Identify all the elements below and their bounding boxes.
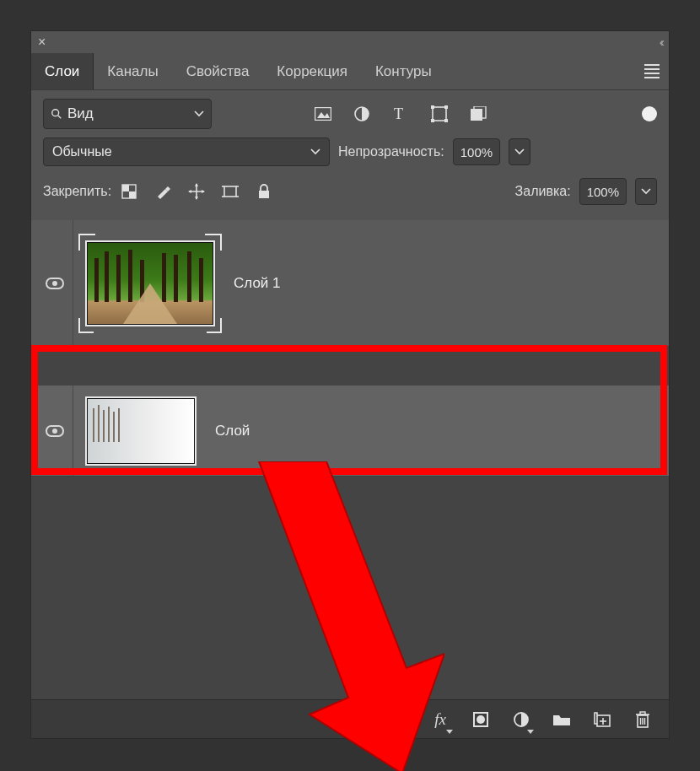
panel-tabs: Слои Каналы Свойства Коррекция Контуры [31,53,669,90]
filter-smart-icon[interactable] [468,104,488,124]
layer-row[interactable]: Слой 1 [31,220,669,347]
layer-name[interactable]: Слой [215,423,250,439]
svg-marker-19 [202,190,205,193]
svg-rect-8 [444,105,448,109]
svg-rect-9 [431,119,434,122]
svg-line-1 [58,116,61,118]
svg-marker-3 [317,112,330,118]
tab-label: Контуры [375,63,432,80]
svg-rect-20 [224,186,236,197]
lock-icons [120,182,273,201]
panel-footer: fx [31,699,669,738]
svg-point-0 [52,110,59,116]
new-layer-icon[interactable] [593,710,611,729]
eye-icon [46,278,64,289]
delete-layer-icon[interactable] [633,710,652,729]
svg-rect-7 [431,105,434,109]
svg-rect-14 [122,185,129,191]
svg-marker-16 [195,183,198,186]
lock-transparent-icon[interactable] [120,182,138,201]
svg-rect-11 [471,109,482,121]
layer-thumbnail[interactable] [87,242,213,325]
layers-list: Слой 1 Слой [31,220,669,699]
lock-position-icon[interactable] [187,182,206,201]
new-group-icon[interactable] [552,710,571,729]
blend-mode-select[interactable]: Обычные [43,137,330,166]
panel-menu-icon[interactable] [635,53,669,89]
tab-label: Свойства [186,63,250,80]
search-icon [51,108,62,120]
opacity-dropdown[interactable] [509,138,530,165]
layer-effects-icon[interactable]: fx [431,710,450,729]
lock-artboard-icon[interactable] [221,182,240,201]
tab-layers[interactable]: Слои [31,53,94,89]
svg-rect-15 [129,191,136,198]
fill-label: Заливка: [515,184,571,199]
tab-label: Каналы [107,63,158,80]
svg-marker-18 [188,190,191,193]
svg-rect-33 [640,712,645,714]
opacity-value[interactable]: 100% [453,138,500,165]
lock-pixels-icon[interactable] [153,182,172,201]
close-icon[interactable]: × [38,35,46,50]
filter-pixel-icon[interactable] [313,104,333,124]
filter-shape-icon[interactable] [429,104,450,124]
filter-type-icon[interactable]: T [390,104,411,124]
tab-label: Слои [45,63,79,80]
layer-row[interactable]: Слой [31,386,669,477]
panel-title-bar: × ‹‹ [31,31,669,53]
tab-adjustments[interactable]: Коррекция [263,53,362,89]
layer-name[interactable]: Слой 1 [234,275,281,292]
fill-dropdown[interactable] [635,178,657,205]
filter-icons: T [313,104,488,124]
svg-rect-2 [315,108,331,121]
visibility-toggle[interactable] [36,220,73,346]
lock-all-icon[interactable] [255,182,273,201]
layer-thumbnail[interactable] [87,398,195,464]
adjustment-layer-icon[interactable] [512,710,530,729]
layers-panel: × ‹‹ Слои Каналы Свойства Коррекция Конт… [30,30,670,739]
svg-text:T: T [394,106,403,121]
svg-rect-6 [433,107,446,121]
svg-rect-25 [259,191,269,198]
chevron-down-icon [310,148,320,155]
collapse-icon[interactable]: ‹‹ [660,35,662,49]
chevron-down-icon [194,111,204,117]
svg-marker-17 [195,197,198,200]
link-layers-icon[interactable] [390,710,409,729]
tab-channels[interactable]: Каналы [94,53,172,89]
layer-filter-select[interactable]: Вид [43,99,212,129]
tab-label: Коррекция [277,63,347,80]
eye-icon [46,425,64,437]
add-mask-icon[interactable] [471,710,490,729]
opacity-label: Непрозрачность: [338,144,444,159]
fill-value[interactable]: 100% [579,178,627,205]
tab-paths[interactable]: Контуры [362,53,446,89]
filter-adjust-icon[interactable] [352,104,372,124]
filter-label: Вид [67,105,94,122]
lock-label: Закрепить: [43,184,111,199]
filter-toggle[interactable] [642,106,657,121]
blend-mode-value: Обычные [52,144,112,159]
tab-properties[interactable]: Свойства [173,53,264,89]
visibility-toggle[interactable] [36,386,73,476]
panel-body: Вид T [31,90,669,699]
svg-rect-10 [444,119,448,122]
